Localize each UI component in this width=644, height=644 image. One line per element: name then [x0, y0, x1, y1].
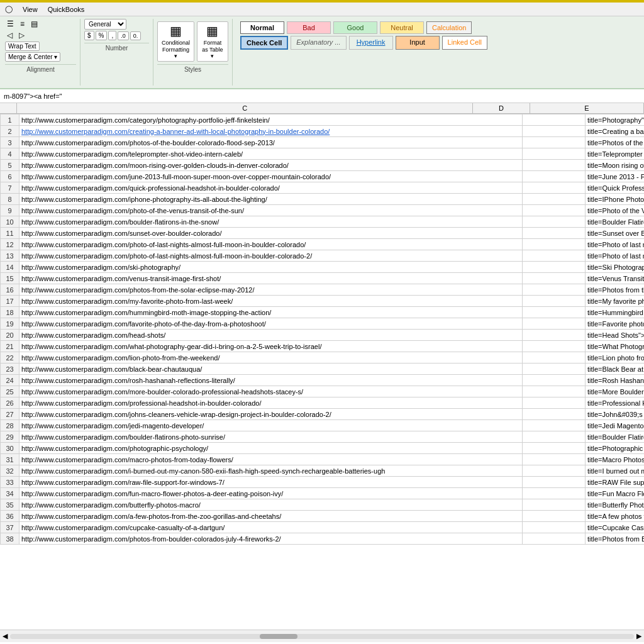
cell-c[interactable]: http://www.customerparadigm.com/i-burned…	[19, 465, 523, 477]
cell-c[interactable]: http://www.customerparadigm.com/teleprom…	[19, 148, 523, 160]
cell-c[interactable]: http://www.customerparadigm.com/head-sho…	[19, 330, 523, 341]
col-c-header[interactable]: C	[17, 103, 473, 113]
cell-c[interactable]: http://www.customerparadigm.com/johns-cl…	[19, 409, 523, 420]
cell-c[interactable]: http://www.customerparadigm.com/boulder-…	[19, 431, 523, 443]
comma-button[interactable]: ,	[108, 31, 116, 40]
style-bad[interactable]: Bad	[287, 21, 331, 34]
cell-c[interactable]: http://www.customerparadigm.com/photo-of…	[19, 250, 523, 262]
cell-c[interactable]: http://www.customerparadigm.com/lion-pho…	[19, 352, 523, 364]
cell-d[interactable]	[523, 522, 586, 533]
style-normal[interactable]: Normal	[240, 21, 284, 34]
style-hyperlink[interactable]: Hyperlink	[349, 36, 393, 50]
indent-inc-icon[interactable]: ▷	[17, 30, 26, 40]
col-e-header[interactable]: E	[530, 103, 644, 113]
scrollbar-thumb[interactable]	[260, 634, 297, 639]
style-check-cell[interactable]: Check Cell	[240, 36, 288, 50]
cell-c[interactable]: http://www.customerparadigm.com/venus-tr…	[19, 273, 523, 284]
cell-d[interactable]	[523, 296, 586, 307]
cell-c[interactable]: http://www.customerparadigm.com/jedi-mag…	[19, 420, 523, 431]
number-format-select[interactable]: General Number Currency Date Text	[84, 19, 126, 30]
cell-d[interactable]	[523, 137, 586, 148]
cell-d[interactable]	[523, 148, 586, 160]
conditional-formatting-button[interactable]: ▦ ConditionalFormatting ▾	[157, 21, 194, 62]
cell-c[interactable]: http://www.customerparadigm.com/photogra…	[19, 443, 523, 454]
style-linked-cell[interactable]: Linked Cell	[442, 36, 487, 50]
cell-d[interactable]	[523, 205, 586, 216]
cell-c[interactable]: http://www.customerparadigm.com/creating…	[19, 126, 523, 137]
cell-d[interactable]	[523, 443, 586, 454]
cell-d[interactable]	[523, 250, 586, 262]
cell-d[interactable]	[523, 420, 586, 431]
cell-d[interactable]	[523, 182, 586, 194]
cell-d[interactable]	[523, 273, 586, 284]
cell-d[interactable]	[523, 228, 586, 239]
menu-item-quickbooks[interactable]: QuickBooks	[48, 6, 85, 13]
scrollbar-track[interactable]	[10, 634, 634, 639]
cell-c[interactable]: http://www.customerparadigm.com/moon-ris…	[19, 160, 523, 171]
cell-c[interactable]: http://www.customerparadigm.com/hummingb…	[19, 307, 523, 318]
cell-c[interactable]: http://www.customerparadigm.com/photos-o…	[19, 137, 523, 148]
cell-c[interactable]: http://www.customerparadigm.com/photos-f…	[19, 284, 523, 296]
cell-d[interactable]	[523, 454, 586, 465]
cell-d[interactable]	[523, 284, 586, 296]
format-as-table-button[interactable]: ▦ Formatas Table ▾	[197, 21, 228, 62]
cell-d[interactable]	[523, 409, 586, 420]
col-d-header[interactable]: D	[473, 103, 530, 113]
cell-d[interactable]	[523, 386, 586, 397]
cell-d[interactable]	[523, 477, 586, 488]
cell-d[interactable]	[523, 160, 586, 171]
decimal-dec-button[interactable]: 0.	[130, 31, 142, 40]
cell-d[interactable]	[523, 431, 586, 443]
decimal-inc-button[interactable]: .0	[118, 31, 129, 40]
cell-d[interactable]	[523, 171, 586, 182]
style-input[interactable]: Input	[396, 36, 440, 50]
align-left-icon[interactable]: ☰	[5, 19, 16, 29]
cell-c[interactable]: http://www.customerparadigm.com/professi…	[19, 397, 523, 409]
cell-d[interactable]	[523, 262, 586, 273]
cell-d[interactable]	[523, 307, 586, 318]
scroll-right-icon[interactable]: ▶	[636, 632, 641, 640]
scroll-left-icon[interactable]: ◀	[3, 632, 8, 640]
dollar-button[interactable]: $	[84, 31, 94, 40]
merge-center-button[interactable]: Merge & Center ▾	[5, 52, 60, 62]
cell-c[interactable]: http://www.customerparadigm.com/raw-file…	[19, 477, 523, 488]
cell-c[interactable]: http://www.customerparadigm.com/my-favor…	[19, 296, 523, 307]
cell-c[interactable]: http://www.customerparadigm.com/category…	[19, 114, 523, 126]
cell-c[interactable]: http://www.customerparadigm.com/ski-phot…	[19, 262, 523, 273]
style-neutral[interactable]: Neutral	[380, 21, 424, 34]
wrap-text-button[interactable]: Wrap Text	[5, 42, 40, 51]
horizontal-scrollbar[interactable]: ◀ ▶	[0, 630, 644, 642]
cell-c[interactable]: http://www.customerparadigm.com/black-be…	[19, 364, 523, 375]
cell-d[interactable]	[523, 114, 586, 126]
cell-d[interactable]	[523, 318, 586, 330]
cell-c[interactable]: http://www.customerparadigm.com/macro-ph…	[19, 454, 523, 465]
cell-d[interactable]	[523, 352, 586, 364]
cell-c[interactable]: http://www.customerparadigm.com/butterfl…	[19, 499, 523, 511]
cell-c[interactable]: http://www.customerparadigm.com/june-201…	[19, 171, 523, 182]
cell-c[interactable]: http://www.customerparadigm.com/photo-of…	[19, 239, 523, 250]
cell-c[interactable]: http://www.customerparadigm.com/photo-of…	[19, 205, 523, 216]
cell-c[interactable]: http://www.customerparadigm.com/fun-macr…	[19, 488, 523, 499]
cell-c[interactable]: http://www.customerparadigm.com/rosh-has…	[19, 375, 523, 386]
menu-item-file[interactable]: ◯	[5, 5, 13, 13]
indent-dec-icon[interactable]: ◁	[5, 30, 14, 40]
cell-d[interactable]	[523, 216, 586, 228]
cell-d[interactable]	[523, 465, 586, 477]
cell-d[interactable]	[523, 397, 586, 409]
cell-d[interactable]	[523, 239, 586, 250]
percent-button[interactable]: %	[96, 31, 108, 40]
cell-c[interactable]: http://www.customerparadigm.com/cupcake-…	[19, 522, 523, 533]
cell-c[interactable]: http://www.customerparadigm.com/favorite…	[19, 318, 523, 330]
cell-c[interactable]: http://www.customerparadigm.com/sunset-o…	[19, 228, 523, 239]
cell-c[interactable]: http://www.customerparadigm.com/a-few-ph…	[19, 511, 523, 522]
cell-d[interactable]	[523, 375, 586, 386]
cell-c[interactable]: http://www.customerparadigm.com/boulder-…	[19, 216, 523, 228]
cell-d[interactable]	[523, 511, 586, 522]
style-calculation[interactable]: Calculation	[426, 21, 472, 34]
cell-d[interactable]	[523, 194, 586, 205]
cell-d[interactable]	[523, 499, 586, 511]
align-center-icon[interactable]: ≡	[18, 19, 26, 29]
cell-c[interactable]: http://www.customerparadigm.com/quick-pr…	[19, 182, 523, 194]
cell-d[interactable]	[523, 330, 586, 341]
cell-c[interactable]: http://www.customerparadigm.com/more-bou…	[19, 386, 523, 397]
